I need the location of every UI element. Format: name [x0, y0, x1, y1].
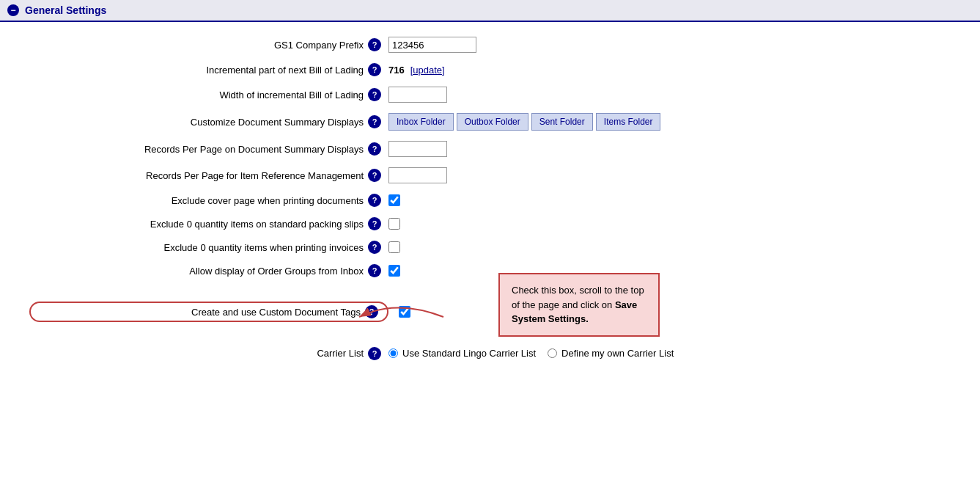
customize-doc-row: Customize Document Summary Displays ? In… — [29, 113, 951, 131]
records-per-page-doc-label: Records Per Page on Document Summary Dis… — [144, 144, 364, 155]
custom-doc-tags-highlighted: Create and use Custom Document Tags ? — [29, 302, 388, 322]
carrier-custom-radio[interactable] — [548, 348, 557, 358]
allow-order-groups-label: Allow display of Order Groups from Inbox — [189, 266, 364, 277]
exclude-cover-checkbox[interactable] — [388, 194, 400, 206]
allow-order-groups-row: Allow display of Order Groups from Inbox… — [29, 264, 951, 277]
tooltip-box: Check this box, scroll to the top of the… — [498, 273, 660, 337]
allow-order-groups-checkbox[interactable] — [388, 265, 400, 277]
carrier-custom-label: Define my own Carrier List — [561, 348, 674, 359]
exclude-cover-row: Exclude cover page when printing documen… — [29, 194, 951, 207]
records-per-page-doc-input[interactable] — [388, 141, 447, 157]
collapse-icon[interactable]: − — [7, 4, 19, 16]
allow-order-groups-help-icon[interactable]: ? — [368, 264, 381, 277]
records-per-page-item-label: Records Per Page for Item Reference Mana… — [146, 170, 364, 181]
arrow-icon — [352, 295, 447, 339]
custom-doc-tags-label: Create and use Custom Document Tags — [191, 307, 361, 318]
carrier-standard-option: Use Standard Lingo Carrier List — [388, 348, 536, 359]
records-per-page-doc-help-icon[interactable]: ? — [368, 142, 381, 156]
width-bill-of-lading-row: Width of incremental Bill of Lading ? — [29, 87, 951, 103]
bill-of-lading-label: Incremental part of next Bill of Lading — [206, 65, 364, 76]
exclude-zero-invoices-checkbox[interactable] — [388, 241, 400, 253]
exclude-zero-invoices-row: Exclude 0 quantity items when printing i… — [29, 241, 951, 254]
carrier-standard-label: Use Standard Lingo Carrier List — [402, 348, 536, 359]
exclude-zero-packing-help-icon[interactable]: ? — [368, 217, 381, 230]
bill-of-lading-row: Incremental part of next Bill of Lading … — [29, 63, 951, 76]
bill-of-lading-update-link[interactable]: [update] — [410, 65, 445, 76]
items-folder-button[interactable]: Items Folder — [596, 113, 661, 131]
carrier-standard-radio[interactable] — [388, 348, 398, 358]
customize-doc-label: Customize Document Summary Displays — [191, 117, 364, 128]
exclude-cover-label: Exclude cover page when printing documen… — [172, 195, 364, 206]
exclude-zero-packing-row: Exclude 0 quantity items on standard pac… — [29, 217, 951, 230]
sent-folder-button[interactable]: Sent Folder — [531, 113, 593, 131]
carrier-custom-option: Define my own Carrier List — [548, 348, 674, 359]
header: − General Settings — [0, 0, 980, 22]
bill-of-lading-value: 716 — [388, 65, 405, 76]
folder-buttons-group: Inbox Folder Outbox Folder Sent Folder I… — [388, 113, 660, 131]
records-per-page-item-help-icon[interactable]: ? — [368, 169, 381, 182]
exclude-zero-invoices-label: Exclude 0 quantity items when printing i… — [164, 242, 364, 253]
custom-doc-tags-row: Create and use Custom Document Tags ? Ch… — [29, 288, 951, 337]
inbox-folder-button[interactable]: Inbox Folder — [388, 113, 454, 131]
width-bill-of-lading-label: Width of incremental Bill of Lading — [219, 90, 364, 101]
records-per-page-item-input[interactable] — [388, 167, 447, 183]
page-title: General Settings — [25, 4, 106, 16]
exclude-zero-packing-checkbox[interactable] — [388, 218, 400, 230]
records-per-page-doc-row: Records Per Page on Document Summary Dis… — [29, 141, 951, 157]
width-bill-of-lading-input[interactable] — [388, 87, 447, 103]
exclude-cover-help-icon[interactable]: ? — [368, 194, 381, 207]
gs1-prefix-help-icon[interactable]: ? — [368, 38, 381, 51]
carrier-list-label: Carrier List — [317, 348, 364, 359]
bill-of-lading-help-icon[interactable]: ? — [368, 63, 381, 76]
width-bill-of-lading-help-icon[interactable]: ? — [368, 88, 381, 101]
carrier-list-help-icon[interactable]: ? — [368, 347, 381, 360]
carrier-list-row: Carrier List ? Use Standard Lingo Carrie… — [29, 347, 951, 360]
gs1-prefix-label: GS1 Company Prefix — [274, 40, 364, 51]
exclude-zero-invoices-help-icon[interactable]: ? — [368, 241, 381, 254]
records-per-page-item-row: Records Per Page for Item Reference Mana… — [29, 167, 951, 183]
gs1-prefix-input[interactable] — [388, 37, 476, 53]
carrier-list-radio-group: Use Standard Lingo Carrier List Define m… — [388, 348, 674, 359]
gs1-prefix-row: GS1 Company Prefix ? — [29, 37, 951, 53]
outbox-folder-button[interactable]: Outbox Folder — [457, 113, 528, 131]
tooltip-wrapper: Check this box, scroll to the top of the… — [440, 288, 660, 337]
exclude-zero-packing-label: Exclude 0 quantity items on standard pac… — [150, 219, 364, 230]
customize-doc-help-icon[interactable]: ? — [368, 115, 381, 128]
